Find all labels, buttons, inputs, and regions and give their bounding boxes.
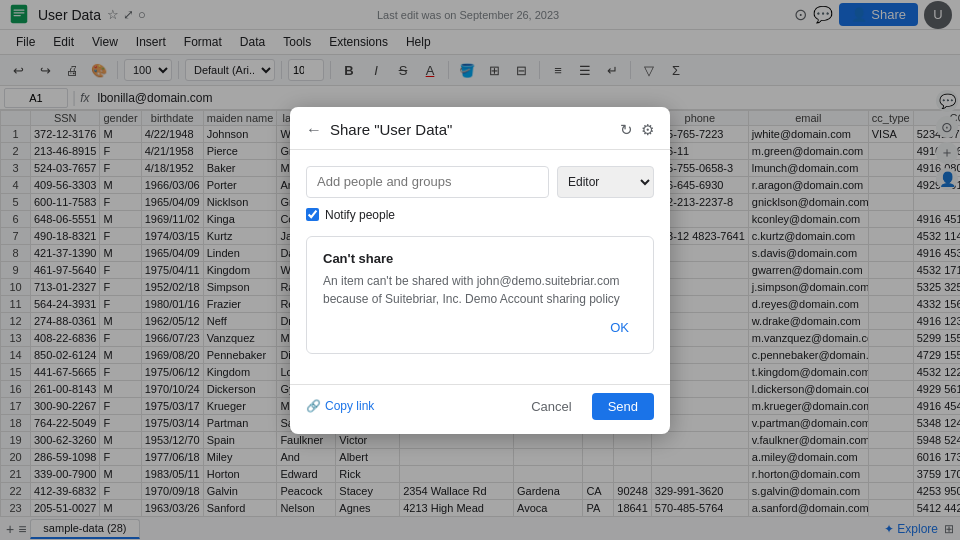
copy-link-label: Copy link	[325, 399, 374, 413]
cant-share-ok-row: OK	[323, 316, 637, 339]
cant-share-title: Can't share	[323, 251, 637, 266]
share-people-input[interactable]	[306, 166, 549, 198]
dialog-title: Share "User Data"	[330, 121, 620, 138]
dialog-back-button[interactable]: ←	[306, 121, 322, 139]
cant-share-box: Can't share An item can't be shared with…	[306, 236, 654, 354]
dialog-header-icons: ↻ ⚙	[620, 121, 654, 139]
cant-share-text: An item can't be shared with john@demo.s…	[323, 272, 637, 308]
dialog-settings-icon[interactable]: ⚙	[641, 121, 654, 139]
dialog-footer: 🔗 Copy link Cancel Send	[290, 384, 670, 434]
notify-checkbox[interactable]	[306, 208, 319, 221]
footer-right: Cancel Send	[519, 393, 654, 420]
dialog-body: Editor Viewer Commenter Notify people Ca…	[290, 150, 670, 384]
dialog-header: ← Share "User Data" ↻ ⚙	[290, 107, 670, 150]
role-select[interactable]: Editor Viewer Commenter	[557, 166, 654, 198]
notify-label: Notify people	[325, 208, 395, 222]
overlay: ← Share "User Data" ↻ ⚙ Editor Viewer Co…	[0, 0, 960, 540]
link-icon: 🔗	[306, 399, 321, 413]
copy-link-button[interactable]: 🔗 Copy link	[306, 399, 374, 413]
dialog-refresh-icon[interactable]: ↻	[620, 121, 633, 139]
cant-share-ok-button[interactable]: OK	[602, 316, 637, 339]
share-dialog: ← Share "User Data" ↻ ⚙ Editor Viewer Co…	[290, 107, 670, 434]
cancel-button[interactable]: Cancel	[519, 393, 583, 420]
share-input-row: Editor Viewer Commenter	[306, 166, 654, 198]
notify-row: Notify people	[306, 208, 654, 222]
send-button[interactable]: Send	[592, 393, 654, 420]
